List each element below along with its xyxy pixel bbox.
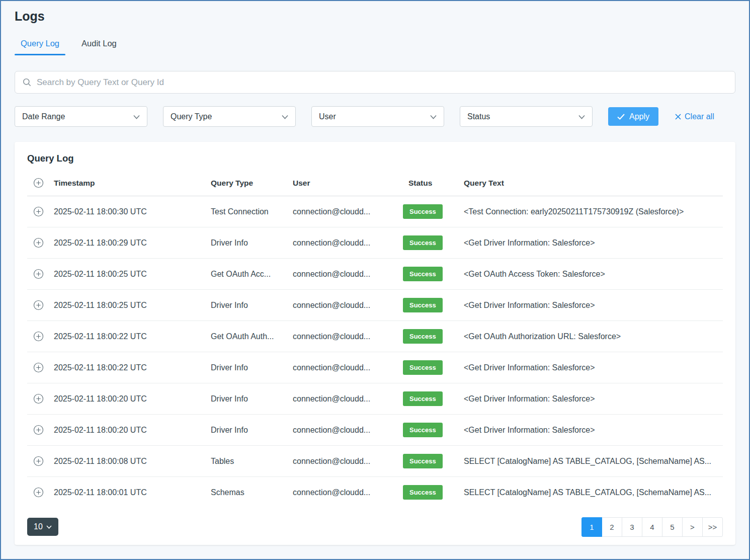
cell-timestamp: 2025-02-11 18:00:20 UTC [54,415,211,446]
status-badge: Success [403,360,443,375]
next-page-button[interactable]: > [682,517,703,537]
cell-query-text: <Get OAuth Authorization URL: Salesforce… [464,321,723,352]
tab-audit-log[interactable]: Audit Log [75,36,123,55]
table-row: 2025-02-11 18:00:20 UTCDriver Infoconnec… [27,415,723,446]
expand-row-icon[interactable] [33,425,44,435]
apply-button[interactable]: Apply [608,107,658,126]
status-badge: Success [403,454,443,468]
table-row: 2025-02-11 18:00:08 UTCTablesconnection@… [27,446,723,477]
column-header-timestamp: Timestamp [54,170,211,196]
cell-query-text: <Get Driver Information: Salesforce> [464,227,723,259]
cell-user: connection@cloudd... [293,290,403,321]
table-footer: 10 12345>>> [27,517,723,537]
expand-row-icon[interactable] [33,269,44,279]
status-dropdown[interactable]: Status [460,106,593,127]
page-button-3[interactable]: 3 [622,517,642,537]
card-title: Query Log [27,153,723,164]
page-button-4[interactable]: 4 [642,517,662,537]
cell-query-type: Driver Info [211,383,293,415]
cell-query-type: Get OAuth Auth... [211,321,293,352]
chevron-down-icon [282,112,288,121]
cell-query-text: <Get Driver Information: Salesforce> [464,290,723,321]
chevron-down-icon [430,112,437,121]
clear-all-label: Clear all [685,112,714,121]
cell-user: connection@cloudd... [293,196,403,227]
expand-row-icon[interactable] [33,300,44,310]
table-body: 2025-02-11 18:00:30 UTCTest Connectionco… [27,196,723,508]
tab-query-log[interactable]: Query Log [15,36,65,55]
column-header-query-text: Query Text [464,170,723,196]
table-row: 2025-02-11 18:00:20 UTCDriver Infoconnec… [27,383,723,415]
table-row: 2025-02-11 18:00:30 UTCTest Connectionco… [27,196,723,227]
page-button-2[interactable]: 2 [602,517,622,537]
cell-timestamp: 2025-02-11 18:00:29 UTC [54,227,211,259]
column-header-user: User [293,170,403,196]
chevron-down-icon [133,112,140,121]
cell-user: connection@cloudd... [293,227,403,259]
table-row: 2025-02-11 18:00:22 UTCGet OAuth Auth...… [27,321,723,352]
cell-timestamp: 2025-02-11 18:00:22 UTC [54,321,211,352]
page-button-1[interactable]: 1 [581,517,602,537]
apply-label: Apply [629,112,649,121]
column-header-status: Status [403,170,464,196]
cell-query-text: SELECT [CatalogName] AS TABLE_CATALOG, [… [464,477,723,508]
cell-query-type: Driver Info [211,352,293,383]
chevron-down-icon [578,112,585,121]
status-badge: Success [403,423,443,437]
cell-user: connection@cloudd... [293,321,403,352]
expand-row-icon[interactable] [33,206,44,217]
query-type-dropdown[interactable]: Query Type [163,106,296,127]
cell-user: connection@cloudd... [293,477,403,508]
cell-timestamp: 2025-02-11 18:00:30 UTC [54,196,211,227]
expand-row-icon[interactable] [33,331,44,342]
status-badge: Success [403,298,443,312]
table-row: 2025-02-11 18:00:29 UTCDriver Infoconnec… [27,227,723,259]
cell-query-type: Driver Info [211,227,293,259]
cell-query-text: <Get OAuth Access Token: Salesforce> [464,259,723,290]
cell-query-type: Driver Info [211,415,293,446]
column-header-query-type: Query Type [211,170,293,196]
status-badge: Success [403,485,443,500]
cell-user: connection@cloudd... [293,352,403,383]
expand-row-icon[interactable] [33,362,44,373]
date-range-dropdown[interactable]: Date Range [15,106,147,127]
cell-query-type: Driver Info [211,290,293,321]
table-row: 2025-02-11 18:00:25 UTCGet OAuth Acc...c… [27,259,723,290]
close-icon [675,114,681,120]
cell-query-text: SELECT [CatalogName] AS TABLE_CATALOG, [… [464,446,723,477]
cell-query-text: <Get Driver Information: Salesforce> [464,415,723,446]
logs-page: Logs Query Log Audit Log Date Range Quer… [0,0,750,560]
expand-all-icon[interactable] [33,178,44,188]
check-icon [617,114,625,120]
search-input[interactable] [37,77,728,88]
status-badge: Success [403,329,443,344]
cell-query-text: <Test Connection: early20250211T17573091… [464,196,723,227]
user-dropdown[interactable]: User [311,106,444,127]
tab-bar: Query Log Audit Log [15,36,735,55]
status-label: Status [467,112,490,121]
chevron-down-icon [46,525,52,529]
query-log-table: Timestamp Query Type User Status Query T… [27,170,723,508]
status-badge: Success [403,235,443,250]
page-title: Logs [15,1,735,24]
expand-row-icon[interactable] [33,237,44,248]
page-size-value: 10 [34,522,43,531]
status-badge: Success [403,391,443,406]
table-row: 2025-02-11 18:00:22 UTCDriver Infoconnec… [27,352,723,383]
expand-row-icon[interactable] [33,487,44,498]
status-badge: Success [403,267,443,281]
last-page-button[interactable]: >> [702,517,723,537]
table-row: 2025-02-11 18:00:25 UTCDriver Infoconnec… [27,290,723,321]
expand-row-icon[interactable] [33,456,44,466]
cell-query-text: <Get Driver Information: Salesforce> [464,383,723,415]
status-badge: Success [403,204,443,219]
cell-query-text: <Get Driver Information: Salesforce> [464,352,723,383]
clear-all-button[interactable]: Clear all [675,112,714,121]
cell-query-type: Test Connection [211,196,293,227]
cell-user: connection@cloudd... [293,259,403,290]
page-button-5[interactable]: 5 [662,517,683,537]
cell-timestamp: 2025-02-11 18:00:20 UTC [54,383,211,415]
expand-row-icon[interactable] [33,393,44,404]
query-log-card: Query Log Timestamp Query Type User Stat… [15,142,735,545]
page-size-select[interactable]: 10 [27,518,58,536]
